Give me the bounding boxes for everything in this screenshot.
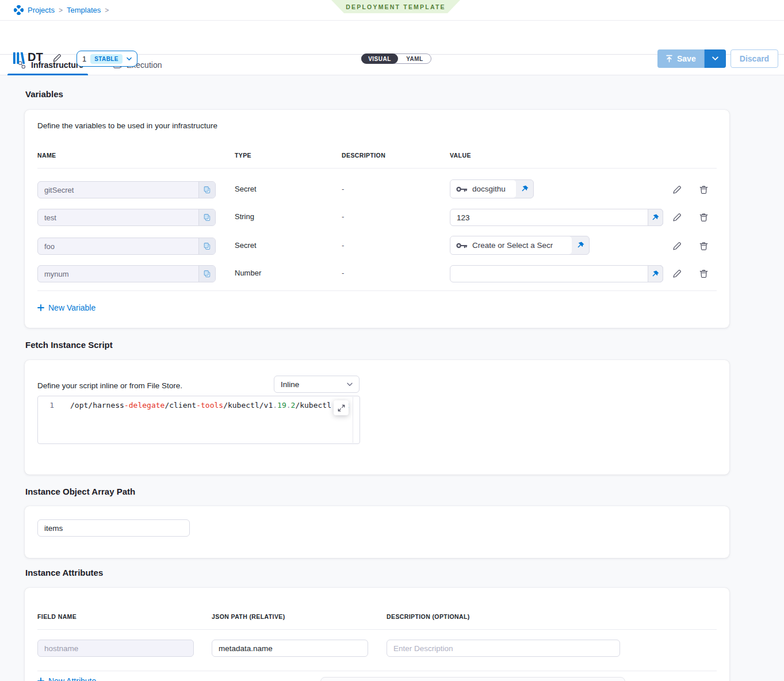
column-header-type: TYPE [235, 152, 251, 159]
breadcrumb-projects-link[interactable]: Projects [28, 6, 55, 14]
fetch-script-description: Define your script inline or from File S… [37, 381, 182, 390]
secret-value: docsgithu [472, 185, 506, 193]
delete-variable-button[interactable] [697, 211, 710, 224]
variable-row-gitSecret: gitSecret Secret - docsgithu [25, 176, 729, 204]
variables-description: Define the variables to be used in your … [37, 121, 217, 130]
infrastructure-panel: Variables Define the variables to be use… [0, 75, 784, 681]
variable-description: - [342, 212, 344, 221]
variable-description: - [342, 269, 344, 277]
edit-variable-button[interactable] [670, 239, 684, 253]
key-icon [456, 242, 468, 249]
edit-title-icon[interactable] [52, 53, 62, 66]
divider [37, 629, 717, 630]
column-header-description-optional: DESCRIPTION (OPTIONAL) [387, 613, 470, 620]
variable-name-field[interactable]: mynum [37, 265, 216, 282]
variables-card: Define the variables to be used in your … [25, 110, 729, 328]
instance-attributes-card: FIELD NAME JSON PATH (RELATIVE) DESCRIPT… [25, 588, 729, 681]
variable-value-input[interactable] [450, 265, 663, 282]
upload-icon [666, 55, 673, 63]
variable-name-field[interactable]: foo [37, 238, 216, 255]
variable-name-value: mynum [38, 270, 198, 278]
save-button-label: Save [677, 54, 696, 63]
new-attribute-button[interactable]: New Attribute [37, 676, 96, 681]
page-title: DT [28, 51, 43, 64]
discard-button[interactable]: Discard [731, 49, 778, 68]
template-studio-page: Projects > Templates > DEPLOYMENT TEMPLA… [0, 0, 784, 681]
variable-name-field[interactable]: gitSecret [37, 181, 216, 198]
secret-selector[interactable]: docsgithu [450, 179, 534, 198]
pin-icon[interactable] [648, 209, 663, 226]
toggle-visual-label: VISUAL [368, 56, 391, 62]
edit-variable-button[interactable] [670, 183, 684, 197]
code-text: /opt/harness-delegate/client-tools/kubec… [61, 400, 349, 410]
copy-icon[interactable] [198, 266, 215, 282]
new-attribute-label: New Attribute [48, 676, 96, 681]
pin-icon[interactable] [516, 180, 533, 198]
delete-variable-button[interactable] [697, 183, 710, 197]
variable-row-mynum: mynum Number - [25, 260, 729, 288]
variable-type: Secret [235, 241, 257, 250]
version-number: 1 [82, 55, 86, 63]
save-button[interactable]: Save [657, 49, 704, 68]
pin-icon[interactable] [648, 265, 663, 282]
fetch-script-section-title: Fetch Instance Script [25, 340, 113, 350]
delete-variable-button[interactable] [697, 267, 710, 281]
harness-logo-icon [14, 5, 24, 15]
variable-name-field[interactable]: test [37, 209, 216, 226]
secret-selector[interactable]: Create or Select a Secr [450, 236, 590, 255]
code-line: 1 /opt/harness-delegate/client-tools/kub… [38, 400, 360, 410]
save-options-button[interactable] [704, 49, 726, 68]
new-variable-label: New Variable [48, 303, 95, 312]
edit-variable-button[interactable] [670, 211, 684, 224]
variable-type: String [235, 212, 254, 221]
breadcrumb-separator: > [105, 6, 109, 14]
fetch-script-card: Define your script inline or from File S… [25, 360, 729, 475]
script-code-editor[interactable]: 1 /opt/harness-delegate/client-tools/kub… [37, 396, 360, 444]
variable-type: Number [235, 269, 261, 277]
variable-row-test: test String - [25, 204, 729, 231]
partial-bottom-panel [320, 677, 625, 681]
divider [37, 290, 717, 291]
line-number: 1 [38, 400, 61, 410]
expand-editor-button[interactable] [334, 400, 349, 415]
save-split-button: Save [657, 49, 726, 68]
pin-icon[interactable] [572, 236, 589, 254]
deployment-template-badge-label: DEPLOYMENT TEMPLATE [346, 3, 445, 10]
variable-description: - [342, 241, 344, 250]
variable-description: - [342, 185, 344, 193]
variable-value-input[interactable] [450, 209, 663, 226]
delete-variable-button[interactable] [697, 239, 710, 253]
variable-name-value: gitSecret [38, 186, 198, 194]
template-header: DT 1 STABLE VISUAL YAML Save Discard [0, 21, 784, 55]
active-tab-underline [7, 74, 88, 75]
version-status-badge: STABLE [90, 54, 123, 64]
copy-icon[interactable] [198, 238, 215, 254]
toggle-visual[interactable]: VISUAL [361, 53, 398, 64]
attribute-description-input[interactable] [387, 640, 620, 657]
edit-variable-button[interactable] [670, 267, 684, 281]
copy-icon[interactable] [198, 182, 215, 198]
variable-row-foo: foo Secret - Create or Select a Secr [25, 232, 729, 260]
variable-type: Secret [235, 185, 257, 193]
instance-attributes-section-title: Instance Attributes [25, 568, 103, 577]
attribute-json-path-input[interactable] [212, 640, 368, 657]
version-selector[interactable]: 1 STABLE [77, 51, 137, 67]
chevron-down-icon [712, 56, 718, 61]
toggle-yaml[interactable]: YAML [398, 53, 431, 64]
instance-path-input[interactable] [37, 519, 190, 537]
variable-name-value: foo [38, 242, 198, 251]
copy-icon[interactable] [198, 209, 215, 225]
column-header-value: VALUE [450, 152, 471, 159]
chevron-down-icon [127, 57, 132, 61]
column-header-field-name: FIELD NAME [37, 613, 77, 620]
variable-name-value: test [38, 213, 198, 222]
breadcrumb-templates-link[interactable]: Templates [67, 6, 101, 14]
toggle-yaml-label: YAML [406, 56, 423, 62]
visual-yaml-toggle: VISUAL YAML [361, 53, 431, 64]
script-store-select[interactable]: Inline [274, 376, 360, 393]
key-icon [456, 186, 468, 193]
attribute-field-name-input[interactable] [37, 640, 194, 657]
variables-section-title: Variables [25, 89, 63, 99]
new-variable-button[interactable]: New Variable [37, 303, 95, 312]
divider [37, 168, 717, 169]
